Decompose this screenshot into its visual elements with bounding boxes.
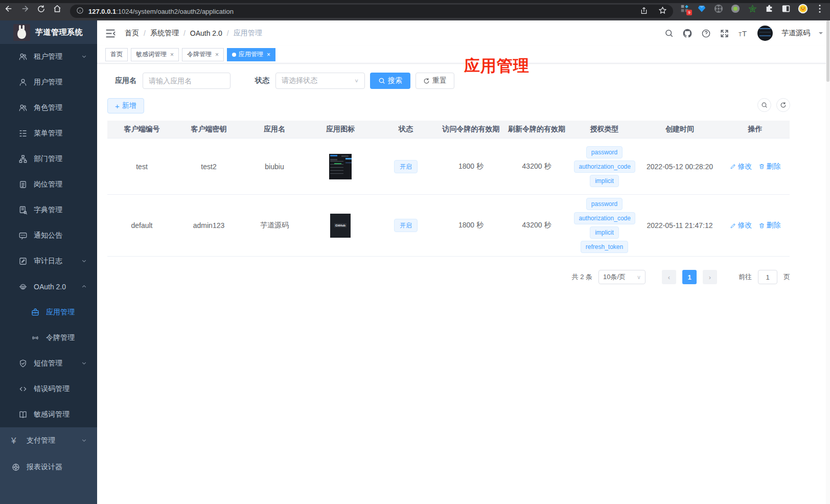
back-icon[interactable] xyxy=(4,4,13,13)
emoji-avatar-icon[interactable] xyxy=(798,4,808,14)
toggle-search-icon[interactable] xyxy=(757,98,771,112)
breadcrumb: 首页/系统管理/OAuth 2.0/应用管理 xyxy=(125,29,262,38)
sidebar-item-label: 令牌管理 xyxy=(46,333,75,342)
column-header: 操作 xyxy=(721,125,790,134)
refresh-icon[interactable] xyxy=(776,98,790,112)
github-icon[interactable] xyxy=(682,28,693,38)
home-icon[interactable] xyxy=(53,4,62,13)
sidebar-item-菜单管理[interactable]: 菜单管理 xyxy=(0,121,97,146)
tab-敏感词管理[interactable]: 敏感词管理× xyxy=(131,48,179,61)
grant-type-tag: implicit xyxy=(590,175,619,187)
share-icon[interactable] xyxy=(640,7,648,16)
sidebar-item-报表设计器[interactable]: 报表设计器 xyxy=(0,454,97,480)
sidebar-item-错误码管理[interactable]: 错误码管理 xyxy=(0,376,97,402)
puzzle-icon[interactable] xyxy=(764,4,774,14)
menu-tree-icon xyxy=(18,129,28,138)
breadcrumb-item[interactable]: 系统管理 xyxy=(150,29,179,38)
delete-button[interactable]: 删除 xyxy=(758,221,781,230)
column-header: 状态 xyxy=(373,125,439,134)
sidebar-item-租户管理[interactable]: 租户管理 xyxy=(0,44,97,70)
pencil-icon xyxy=(730,222,736,229)
green-star-icon[interactable] xyxy=(747,4,757,14)
sidebar-item-用户管理[interactable]: 用户管理 xyxy=(0,70,97,95)
tab-应用管理[interactable]: 应用管理× xyxy=(227,48,275,61)
overflow-menu-icon[interactable] xyxy=(815,4,825,14)
user-name[interactable]: 芋道源码 xyxy=(781,29,810,38)
extensions-grid-icon[interactable]: 9 xyxy=(680,4,690,14)
sidebar-item-label: OAuth 2.0 xyxy=(34,283,66,291)
sidebar-item-部门管理[interactable]: 部门管理 xyxy=(0,146,97,172)
status-badge[interactable]: 开启 xyxy=(394,219,418,232)
column-header: 访问令牌的有效期 xyxy=(439,125,503,134)
goto-page-input[interactable] xyxy=(758,270,777,284)
grant-types-cell: passwordauthorization_codeimplicit xyxy=(570,145,639,188)
edit-button[interactable]: 修改 xyxy=(730,221,752,230)
avatar[interactable] xyxy=(757,26,773,41)
sidebar-item-通知公告[interactable]: 通知公告 xyxy=(0,223,97,248)
status-select[interactable]: 请选择状态 ∨ xyxy=(275,73,365,89)
sidebar-item-审计日志[interactable]: 审计日志 xyxy=(0,248,97,274)
sidebar-item-OAuth20[interactable]: OAuth 2.0 xyxy=(0,274,97,300)
split-view-icon[interactable] xyxy=(781,4,791,14)
fullscreen-icon[interactable] xyxy=(720,29,729,38)
current-page-button[interactable]: 1 xyxy=(682,270,697,284)
tab-首页[interactable]: 首页 xyxy=(105,48,128,61)
chevron-down-icon[interactable] xyxy=(819,32,823,36)
green-dot-circle-icon[interactable] xyxy=(730,4,741,14)
breadcrumb-current: 应用管理 xyxy=(234,29,262,38)
grant-type-tag: password xyxy=(586,146,622,158)
delete-button[interactable]: 删除 xyxy=(758,162,781,171)
help-icon[interactable] xyxy=(701,29,711,38)
refresh-token-validity-cell: 43200 秒 xyxy=(503,162,570,171)
client-id-cell: default xyxy=(107,221,176,230)
column-header: 授权类型 xyxy=(570,125,639,134)
forward-icon[interactable] xyxy=(20,4,30,13)
edit-button[interactable]: 修改 xyxy=(730,162,752,171)
status-select-placeholder: 请选择状态 xyxy=(282,76,317,85)
page-scrollbar[interactable] xyxy=(826,20,830,504)
status-badge[interactable]: 开启 xyxy=(394,160,418,173)
close-icon[interactable]: × xyxy=(170,51,174,58)
command-circle-icon[interactable] xyxy=(713,4,724,14)
search-icon[interactable] xyxy=(664,29,674,38)
tab-label: 首页 xyxy=(110,50,123,59)
table-row: testtest2biubiu开启1800 秒43200 秒passwordau… xyxy=(107,138,790,194)
sidebar-item-应用管理[interactable]: 应用管理 xyxy=(0,300,97,325)
sidebar-item-角色管理[interactable]: 角色管理 xyxy=(0,95,97,121)
address-bar[interactable]: 127.0.0.1:1024/system/oauth2/oauth2/appl… xyxy=(70,5,673,18)
next-page-button[interactable]: › xyxy=(703,270,717,284)
sidebar-item-label: 错误码管理 xyxy=(34,384,70,394)
search-button[interactable]: 搜索 xyxy=(370,73,410,89)
sidebar-item-令牌管理[interactable]: A令牌管理 xyxy=(0,325,97,351)
sidebar-item-支付管理[interactable]: ¥支付管理 xyxy=(0,427,97,454)
collapse-sidebar-icon[interactable] xyxy=(105,29,116,37)
sidebar-item-字典管理[interactable]: 字典管理 xyxy=(0,197,97,223)
browser-chrome: 127.0.0.1:1024/system/oauth2/oauth2/appl… xyxy=(0,0,830,20)
sidebar-item-岗位管理[interactable]: 岗位管理 xyxy=(0,172,97,197)
close-icon[interactable]: × xyxy=(267,51,270,58)
sidebar-item-label: 岗位管理 xyxy=(34,180,62,189)
breadcrumb-item[interactable]: 首页 xyxy=(125,29,139,38)
code-icon xyxy=(18,384,28,394)
close-icon[interactable]: × xyxy=(215,51,219,58)
edit-button-label: 修改 xyxy=(738,162,752,171)
svg-text:A: A xyxy=(34,336,36,339)
page-size-select[interactable]: 10条/页 ∨ xyxy=(598,270,645,284)
prev-page-button[interactable]: ‹ xyxy=(662,270,676,284)
blue-gem-icon[interactable] xyxy=(697,4,707,14)
column-header: 客户端编号 xyxy=(107,125,176,134)
sidebar-item-短信管理[interactable]: 短信管理 xyxy=(0,351,97,376)
reset-button[interactable]: 重置 xyxy=(416,73,454,89)
trash-icon xyxy=(758,222,765,229)
breadcrumb-item[interactable]: OAuth 2.0 xyxy=(190,29,222,37)
app-name-input[interactable] xyxy=(143,73,230,89)
add-button[interactable]: + 新增 xyxy=(107,98,144,113)
bookmark-star-icon[interactable] xyxy=(658,6,667,16)
app-logo-bar[interactable]: 芋道管理系统 xyxy=(0,20,97,44)
reload-icon[interactable] xyxy=(37,5,45,13)
font-size-icon[interactable]: TT xyxy=(738,29,749,38)
app-icon-cell xyxy=(308,154,373,179)
site-info-icon[interactable] xyxy=(76,7,84,16)
tab-令牌管理[interactable]: 令牌管理× xyxy=(182,48,224,61)
sidebar-item-敏感词管理[interactable]: 敏感词管理 xyxy=(0,402,97,427)
